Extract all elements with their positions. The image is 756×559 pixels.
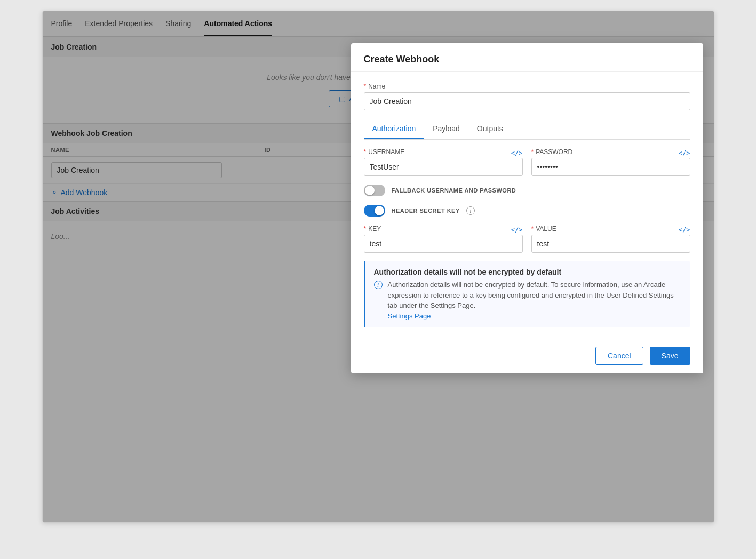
fallback-toggle[interactable] — [364, 185, 385, 196]
value-code-icon[interactable]: </> — [679, 226, 690, 234]
credentials-row: * USERNAME </> * PASSWORD — [364, 148, 690, 176]
sub-tabs: Authorization Payload Outputs — [364, 119, 690, 140]
sub-tab-authorization[interactable]: Authorization — [364, 119, 425, 139]
value-label-row: * VALUE </> — [531, 225, 690, 235]
fallback-toggle-row: FALLBACK USERNAME AND PASSWORD — [364, 185, 690, 196]
header-secret-toggle-knob — [375, 206, 384, 215]
name-field-row: * Name — [364, 83, 690, 110]
username-field-col: * USERNAME </> — [364, 148, 523, 176]
modal-title: Create Webhook — [351, 43, 703, 72]
modal-body: * Name Authorization Payload Outputs — [351, 72, 703, 338]
header-secret-info-icon[interactable]: i — [466, 206, 475, 215]
fallback-label: FALLBACK USERNAME AND PASSWORD — [392, 187, 516, 194]
warning-info-row: i Authorization details will not be encr… — [374, 280, 682, 321]
auth-section: * USERNAME </> * PASSWORD — [364, 140, 690, 327]
header-secret-toggle-row: HEADER SECRET KEY i — [364, 205, 690, 217]
warning-title: Authorization details will not be encryp… — [374, 268, 682, 276]
key-label-row: * KEY </> — [364, 225, 523, 235]
main-window: Profile Extended Properties Sharing Auto… — [42, 11, 714, 523]
key-input[interactable] — [364, 235, 523, 253]
warning-box: Authorization details will not be encryp… — [364, 261, 690, 327]
name-field-label: * Name — [364, 83, 690, 90]
header-secret-toggle[interactable] — [364, 205, 385, 217]
modal-footer: Cancel Save — [351, 338, 703, 373]
settings-page-link[interactable]: Settings Page — [388, 312, 431, 320]
password-label-row: * PASSWORD </> — [531, 148, 690, 158]
warning-content: Authorization details will not be encryp… — [388, 280, 682, 321]
cancel-button[interactable]: Cancel — [595, 347, 643, 365]
username-label-row: * USERNAME </> — [364, 148, 523, 158]
username-input[interactable] — [364, 158, 523, 176]
password-code-icon[interactable]: </> — [679, 149, 690, 157]
value-input[interactable] — [531, 235, 690, 253]
fallback-toggle-knob — [365, 186, 375, 195]
username-code-icon[interactable]: </> — [511, 149, 523, 157]
key-field-col: * KEY </> — [364, 225, 523, 253]
sub-tab-payload[interactable]: Payload — [424, 119, 468, 139]
modal-overlay: Create Webhook * Name Authorization Payl… — [43, 11, 714, 522]
password-input[interactable] — [531, 158, 690, 176]
key-value-row: * KEY </> * VALUE — [364, 225, 690, 253]
key-code-icon[interactable]: </> — [511, 226, 523, 234]
password-field-col: * PASSWORD </> — [531, 148, 690, 176]
sub-tab-outputs[interactable]: Outputs — [468, 119, 512, 139]
value-field-col: * VALUE </> — [531, 225, 690, 253]
warning-text: Authorization details will not be encryp… — [388, 280, 682, 311]
warning-info-icon: i — [374, 281, 383, 289]
header-secret-label: HEADER SECRET KEY — [392, 207, 460, 214]
save-button[interactable]: Save — [650, 347, 690, 365]
webhook-name-field[interactable] — [364, 92, 690, 110]
create-webhook-modal: Create Webhook * Name Authorization Payl… — [351, 43, 703, 373]
